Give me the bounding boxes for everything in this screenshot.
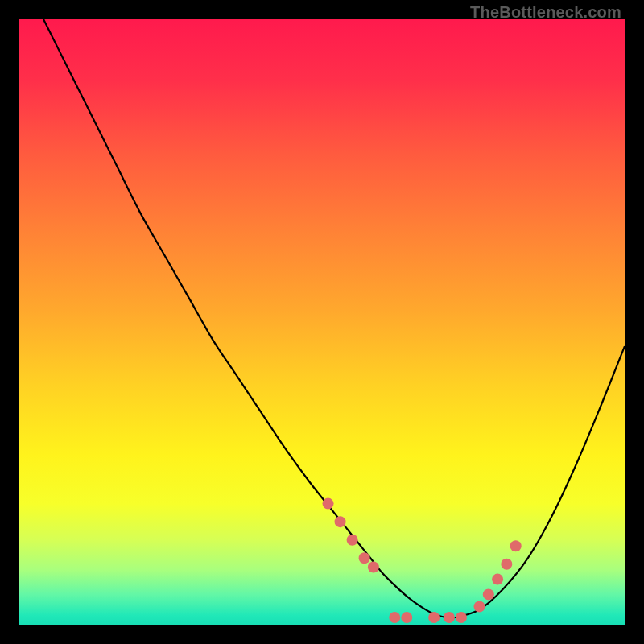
- plot-area: [19, 19, 625, 625]
- highlight-dot: [492, 574, 503, 585]
- highlight-dot: [501, 559, 512, 570]
- chart-container: TheBottleneck.com: [0, 0, 644, 644]
- highlight-dot: [510, 540, 522, 551]
- highlight-dot: [444, 612, 455, 623]
- highlight-dot: [335, 516, 346, 527]
- highlight-dot: [359, 552, 370, 564]
- bottleneck-curve: [43, 19, 625, 618]
- highlight-dot: [401, 612, 412, 623]
- highlight-dot: [428, 612, 440, 623]
- highlight-dot: [323, 498, 334, 510]
- highlight-dot: [347, 535, 358, 546]
- highlight-dot: [368, 562, 379, 573]
- highlight-dot: [483, 588, 494, 600]
- highlight-dot: [456, 612, 467, 623]
- curve-layer: [19, 19, 625, 625]
- highlight-dot: [389, 612, 400, 623]
- highlight-dots-group: [323, 498, 522, 623]
- highlight-dot: [474, 601, 485, 612]
